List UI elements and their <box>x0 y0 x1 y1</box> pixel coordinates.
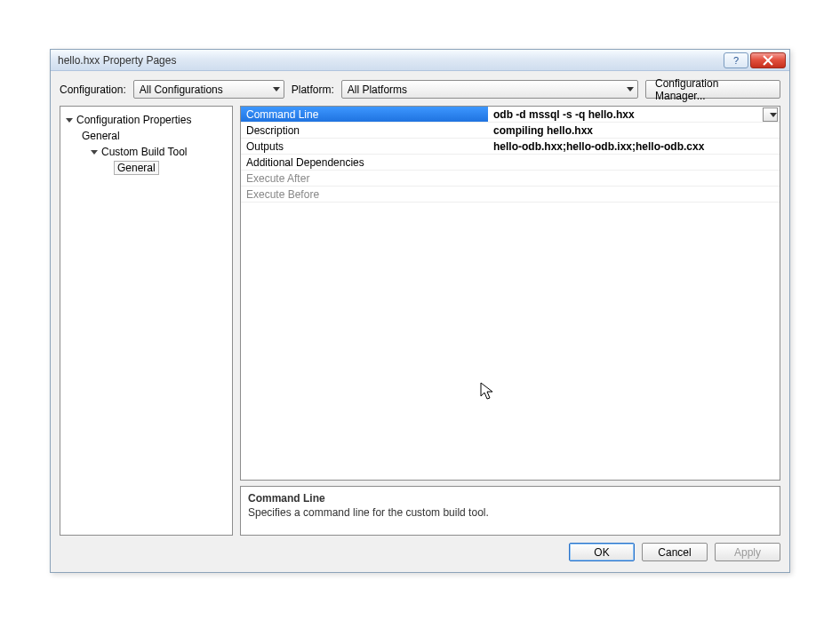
expander-icon <box>66 118 73 123</box>
property-row[interactable]: Execute Before <box>241 187 780 203</box>
property-value[interactable]: odb -d mssql -s -q hello.hxx <box>488 107 780 122</box>
property-name: Description <box>241 123 488 138</box>
property-row[interactable]: Outputshello-odb.hxx;hello-odb.ixx;hello… <box>241 139 780 155</box>
tree-item-config-props[interactable]: Configuration Properties <box>64 112 228 128</box>
close-button[interactable] <box>750 52 786 68</box>
platform-value: All Platforms <box>348 83 621 96</box>
window-title: hello.hxx Property Pages <box>58 54 722 67</box>
property-row[interactable]: Descriptioncompiling hello.hxx <box>241 123 780 139</box>
dialog-footer: OK Cancel Apply <box>51 543 789 572</box>
property-value[interactable] <box>488 187 780 202</box>
right-column: Command Lineodb -d mssql -s -q hello.hxx… <box>240 106 780 536</box>
tree-item-general[interactable]: General <box>64 128 228 144</box>
chevron-down-icon <box>627 87 634 91</box>
property-value[interactable] <box>488 155 780 170</box>
category-tree[interactable]: Configuration Properties General Custom … <box>60 106 233 536</box>
titlebar: hello.hxx Property Pages ? <box>51 50 789 71</box>
close-icon <box>763 55 773 66</box>
cancel-button[interactable]: Cancel <box>642 543 708 561</box>
help-panel: Command Line Specifies a command line fo… <box>240 486 780 536</box>
property-name: Execute After <box>241 171 488 186</box>
ok-button[interactable]: OK <box>569 543 635 561</box>
chevron-down-icon <box>273 87 280 91</box>
platform-dropdown[interactable]: All Platforms <box>341 80 638 99</box>
configuration-label: Configuration: <box>60 83 126 96</box>
property-pages-dialog: hello.hxx Property Pages ? Configuration… <box>50 49 790 573</box>
property-value[interactable]: hello-odb.hxx;hello-odb.ixx;hello-odb.cx… <box>488 139 780 154</box>
configuration-dropdown[interactable]: All Configurations <box>133 80 284 99</box>
property-row[interactable]: Additional Dependencies <box>241 155 780 171</box>
config-toolbar: Configuration: All Configurations Platfo… <box>51 71 789 106</box>
configuration-value: All Configurations <box>140 83 268 96</box>
help-title: Command Line <box>248 492 772 505</box>
expander-icon <box>91 150 98 155</box>
property-row[interactable]: Command Lineodb -d mssql -s -q hello.hxx <box>241 107 780 123</box>
property-name: Outputs <box>241 139 488 154</box>
property-name: Additional Dependencies <box>241 155 488 170</box>
platform-label: Platform: <box>292 83 334 96</box>
value-dropdown-button[interactable] <box>763 107 778 122</box>
property-name: Execute Before <box>241 187 488 202</box>
property-grid[interactable]: Command Lineodb -d mssql -s -q hello.hxx… <box>240 106 780 481</box>
apply-button[interactable]: Apply <box>715 543 780 561</box>
configuration-manager-button[interactable]: Configuration Manager... <box>645 80 780 99</box>
help-button[interactable]: ? <box>724 52 748 68</box>
property-value[interactable] <box>488 171 780 186</box>
chevron-down-icon <box>770 113 777 117</box>
property-value[interactable]: compiling hello.hxx <box>488 123 780 138</box>
tree-item-custom-build-tool[interactable]: Custom Build Tool <box>64 144 228 160</box>
tree-item-cbt-general[interactable]: General <box>64 160 228 176</box>
content-area: Configuration Properties General Custom … <box>51 106 789 543</box>
property-row[interactable]: Execute After <box>241 171 780 187</box>
help-description: Specifies a command line for the custom … <box>248 506 772 519</box>
property-name: Command Line <box>241 107 488 122</box>
